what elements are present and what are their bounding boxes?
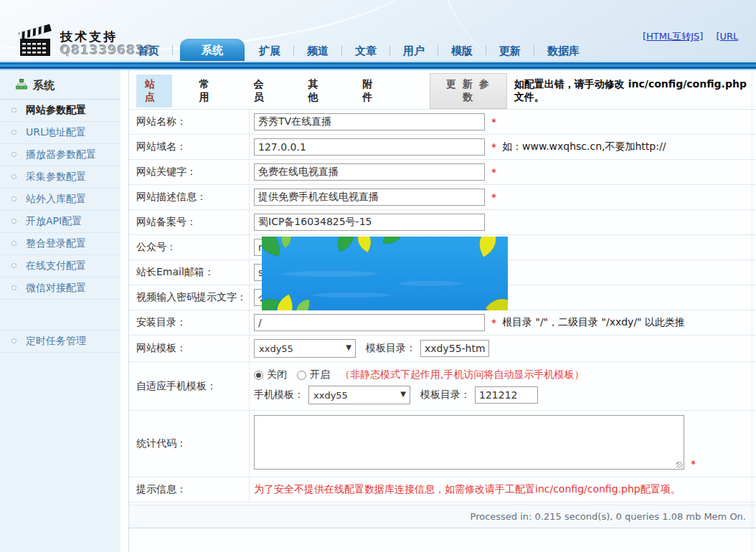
sidebar-item-open-api[interactable]: 开放API配置	[0, 211, 121, 233]
stats-code-textarea[interactable]	[254, 415, 684, 470]
sidebar-item-collect-params[interactable]: 采集参数配置	[0, 166, 121, 189]
site-name-input[interactable]	[254, 113, 485, 130]
form-row-stats-code: 统计代码： *	[129, 411, 756, 477]
nav-tab-user[interactable]: 用户	[393, 42, 435, 61]
required-asterisk: *	[491, 191, 496, 203]
divider	[172, 45, 173, 55]
site-template-select[interactable]: xxdy55	[254, 339, 356, 358]
field-label: 统计代码：	[129, 411, 250, 477]
sidebar-item-site-params[interactable]: 网站参数配置	[0, 100, 121, 122]
sidebar-item-wechat[interactable]: 微信对接配置	[0, 277, 121, 300]
form-row-icp-number: 网站备案号：	[129, 210, 756, 235]
decor-streak	[283, 271, 377, 277]
template-dir-label: 模板目录：	[366, 342, 416, 355]
link-html-to-js[interactable]: [HTML互转JS]	[643, 31, 703, 42]
form-row-install-dir: 安装目录： * 根目录 "/"，二级目录 "/xxdy/" 以此类推	[129, 310, 756, 336]
mobile-template-dir-label: 模板目录：	[420, 389, 471, 401]
divider	[438, 45, 438, 55]
form-row-site-name: 网站名称： *	[129, 110, 756, 135]
bullet-icon	[11, 285, 16, 290]
subtabs: 站点 常用 会员 其他 附件 更 新 参 数 如配置出错，请手动修改 inc/c…	[129, 70, 756, 102]
field-label: 网站描述信息：	[129, 185, 250, 209]
nav-tab-database[interactable]: 数据库	[537, 42, 590, 61]
install-dir-input[interactable]	[254, 314, 485, 331]
nav-tab-template[interactable]: 模版	[441, 42, 483, 61]
admin-page: 技术支持 Q813396838 [HTML互转JS][URL 首页 系统 扩展 …	[0, 0, 756, 552]
radio-on-label: 开启	[310, 368, 330, 381]
nav-tab-extend[interactable]: 扩展	[249, 42, 290, 61]
site-template-dir-input[interactable]	[420, 340, 489, 357]
field-label: 公众号：	[129, 235, 250, 260]
divider	[752, 70, 752, 552]
bullet-icon	[11, 219, 16, 224]
sidebar-item-external-storage[interactable]: 站外入库配置	[0, 189, 121, 211]
mobile-template-note: （非静态模式下起作用,手机访问将自动显示手机模板）	[340, 368, 584, 381]
divider	[534, 45, 534, 55]
radio-off-label: 关闭	[267, 368, 287, 381]
icp-number-input[interactable]	[254, 214, 485, 231]
field-label: 提示信息：	[129, 477, 250, 502]
mobile-template-on-radio[interactable]	[297, 371, 306, 380]
field-label: 站长Email邮箱：	[129, 260, 250, 285]
main-content: 站点 常用 会员 其他 附件 更 新 参 数 如配置出错，请手动修改 inc/c…	[129, 70, 756, 552]
site-domain-input[interactable]	[254, 138, 485, 156]
decor-streak	[398, 281, 463, 286]
form-row-site-keywords: 网站关键字： *	[129, 160, 756, 185]
nav-tab-update[interactable]: 更新	[489, 42, 531, 61]
bullet-icon	[11, 241, 16, 246]
field-label: 网站备案号：	[129, 210, 250, 234]
update-params-button[interactable]: 更 新 参 数	[430, 73, 507, 109]
sidebar-item-integrated-login[interactable]: 整合登录配置	[0, 233, 121, 255]
sidebar-item-scheduled-tasks[interactable]: 定时任务管理	[0, 330, 121, 353]
sidebar-item-player-params[interactable]: 播放器参数配置	[0, 144, 121, 166]
divider	[341, 45, 342, 55]
clapperboard-icon	[19, 24, 53, 60]
site-keywords-input[interactable]	[254, 163, 485, 181]
required-asterisk: *	[491, 166, 496, 178]
form-row-tip-info: 提示信息： 为了安全不提供在线配置数据库连接信息，如需修改请手工配置inc/co…	[129, 477, 756, 503]
required-asterisk: *	[491, 116, 496, 128]
field-label: 网站模板：	[129, 336, 250, 361]
form-row-site-template: 网站模板： xxdy55 ▼ 模板目录：	[129, 336, 756, 362]
sidebar-menu: 网站参数配置 URL地址配置 播放器参数配置 采集参数配置 站外入库配置 开放A…	[0, 100, 121, 353]
header: 技术支持 Q813396838 [HTML互转JS][URL 首页 系统 扩展 …	[0, 0, 756, 61]
site-description-input[interactable]	[254, 189, 485, 206]
bullet-icon	[11, 196, 16, 201]
form-row-site-description: 网站描述信息： *	[129, 185, 756, 210]
nav-tab-article[interactable]: 文章	[345, 42, 387, 61]
resize-grip-icon[interactable]	[676, 462, 683, 468]
sidebar-item-online-payment[interactable]: 在线支付配置	[0, 255, 121, 277]
sidebar-title: 系统	[0, 70, 121, 100]
mobile-template-select[interactable]: xxdy55	[308, 386, 410, 404]
nav-tab-channel[interactable]: 频道	[297, 42, 339, 61]
install-dir-hint: 根目录 "/"，二级目录 "/xxdy/" 以此类推	[502, 316, 685, 329]
bullet-icon	[11, 338, 16, 343]
decor-streak	[312, 292, 391, 298]
mobile-template-off-radio[interactable]	[254, 371, 263, 380]
sitemap-icon	[16, 79, 27, 92]
bullet-icon	[11, 152, 16, 157]
subtab-other[interactable]: 其他	[299, 75, 335, 108]
nav-stripe	[0, 61, 756, 70]
processing-stats: Processed in: 0.215 second(s), 0 queries…	[471, 511, 746, 522]
nav-tab-system[interactable]: 系统	[180, 39, 245, 61]
divider	[389, 45, 390, 55]
subtab-member[interactable]: 会员	[245, 75, 281, 108]
field-label: 网站域名：	[129, 135, 250, 159]
required-asterisk: *	[491, 141, 496, 153]
field-label: 视频输入密码提示文字：	[129, 285, 250, 310]
logo-title: 技术支持	[60, 29, 118, 44]
mobile-template-dir-input[interactable]	[475, 386, 538, 404]
sidebar: 系统 网站参数配置 URL地址配置 播放器参数配置 采集参数配置 站外入库配置 …	[0, 70, 121, 552]
bullet-icon	[11, 174, 16, 179]
status-bar: Processed in: 0.215 second(s), 0 queries…	[129, 505, 756, 528]
subtab-attachment[interactable]: 附件	[354, 75, 389, 108]
config-warning-note: 如配置出错，请手动修改 inc/config/config.php文件。	[514, 78, 756, 104]
subtab-site[interactable]: 站点	[136, 75, 172, 108]
nav-tab-home[interactable]: 首页	[128, 42, 169, 61]
link-url[interactable]: [URL	[716, 31, 738, 42]
censored-image	[262, 237, 508, 310]
sidebar-item-url-config[interactable]: URL地址配置	[0, 122, 121, 144]
divider	[293, 45, 294, 55]
subtab-common[interactable]: 常用	[191, 75, 227, 108]
